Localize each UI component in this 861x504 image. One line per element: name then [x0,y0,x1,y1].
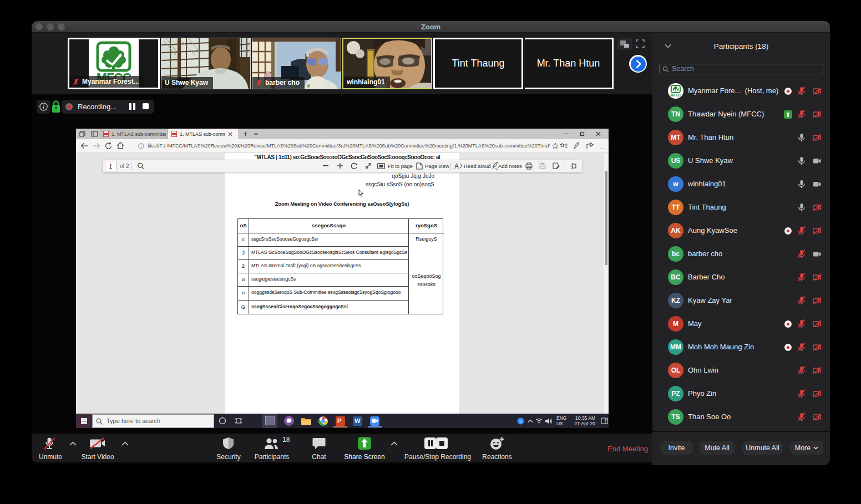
svg-text:?: ? [519,419,522,424]
svg-text:MFCC: MFCC [671,93,681,97]
svg-text:A: A [454,162,459,170]
